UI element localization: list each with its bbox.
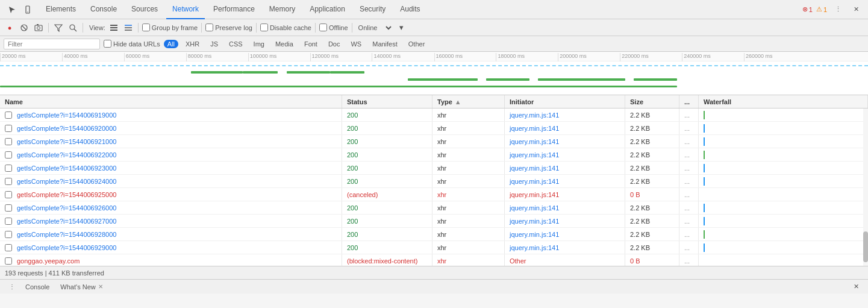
th-more[interactable]: ...	[679, 95, 699, 108]
th-name[interactable]: Name	[0, 95, 342, 108]
hide-data-urls-input[interactable]	[104, 40, 111, 48]
row-checkbox[interactable]	[5, 257, 12, 265]
hide-data-urls-checkbox[interactable]: Hide data URLs	[104, 40, 160, 48]
filter-img[interactable]: Img	[250, 40, 268, 48]
bottom-menu-icon[interactable]: ⋮	[5, 280, 19, 294]
filter-js[interactable]: JS	[207, 40, 222, 48]
th-size[interactable]: Size	[625, 95, 679, 108]
table-row[interactable]: getIsComplete?i=1544006922000 200 xhr jq…	[0, 148, 868, 162]
row-checkbox[interactable]	[5, 151, 12, 159]
th-waterfall[interactable]: Waterfall	[699, 95, 868, 108]
table-row[interactable]: getIsComplete?i=1544006925000 (canceled)…	[0, 188, 868, 201]
filter-ws[interactable]: WS	[347, 40, 365, 48]
filter-manifest[interactable]: Manifest	[369, 40, 401, 48]
row-checkbox[interactable]	[5, 204, 12, 212]
svg-point-1	[27, 11, 28, 12]
close-bottom-panel-icon[interactable]: ✕	[849, 280, 863, 294]
mobile-icon[interactable]	[20, 2, 35, 17]
tab-security[interactable]: Security	[354, 0, 392, 19]
disable-cache-checkbox[interactable]: Disable cache	[260, 24, 311, 31]
cell-more[interactable]: ...	[679, 228, 699, 240]
group-by-frame-checkbox[interactable]: Group by frame	[142, 24, 198, 31]
cell-more[interactable]: ...	[679, 135, 699, 148]
scrollbar-thumb[interactable]	[863, 231, 868, 262]
table-row[interactable]: getIsComplete?i=1544006926000 200 xhr jq…	[0, 201, 868, 215]
view-list-icon[interactable]	[108, 22, 120, 34]
scrollbar-track[interactable]	[863, 95, 868, 266]
warn-badge[interactable]: ⚠ 1	[816, 5, 827, 13]
table-row[interactable]: getIsComplete?i=1544006919000 200 xhr jq…	[0, 108, 868, 122]
camera-button[interactable]	[33, 22, 45, 34]
table-row[interactable]: getIsComplete?i=1544006920000 200 xhr jq…	[0, 122, 868, 135]
table-row[interactable]: getIsComplete?i=1544006927000 200 xhr jq…	[0, 215, 868, 228]
th-type[interactable]: Type ▲	[432, 95, 505, 108]
th-initiator[interactable]: Initiator	[505, 95, 625, 108]
throttle-dropdown-icon[interactable]: ▾	[396, 22, 408, 34]
cell-more[interactable]: ...	[679, 108, 699, 121]
tab-performance[interactable]: Performance	[207, 0, 261, 19]
table-row[interactable]: getIsComplete?i=1544006929000 200 xhr jq…	[0, 241, 868, 254]
error-badge[interactable]: ⊗ 1	[802, 5, 813, 13]
filter-input[interactable]	[4, 39, 100, 49]
tab-application[interactable]: Application	[304, 0, 351, 19]
preserve-log-input[interactable]	[205, 24, 213, 31]
cell-more[interactable]: ...	[679, 175, 699, 187]
record-button[interactable]: ●	[4, 22, 16, 34]
offline-input[interactable]	[319, 24, 327, 31]
cell-more[interactable]: ...	[679, 241, 699, 254]
cell-more[interactable]: ...	[679, 215, 699, 227]
tab-network[interactable]: Network	[166, 0, 205, 19]
tab-whats-new[interactable]: What's New ✕	[55, 280, 107, 294]
search-button[interactable]	[67, 22, 79, 34]
th-status[interactable]: Status	[342, 95, 432, 108]
filter-css[interactable]: CSS	[225, 40, 246, 48]
row-checkbox[interactable]	[5, 244, 12, 251]
table-row[interactable]: getIsComplete?i=1544006928000 200 xhr jq…	[0, 228, 868, 241]
tab-elements[interactable]: Elements	[40, 0, 82, 19]
tab-sources[interactable]: Sources	[125, 0, 164, 19]
table-row[interactable]: getIsComplete?i=1544006923000 200 xhr jq…	[0, 162, 868, 175]
row-checkbox[interactable]	[5, 125, 12, 132]
tab-memory[interactable]: Memory	[263, 0, 301, 19]
filter-button[interactable]	[52, 22, 64, 34]
preserve-log-checkbox[interactable]: Preserve log	[205, 24, 252, 31]
cell-more[interactable]: ...	[679, 254, 699, 266]
cell-waterfall	[699, 188, 868, 201]
tab-audits[interactable]: Audits	[394, 0, 426, 19]
cell-more[interactable]: ...	[679, 162, 699, 174]
filter-media[interactable]: Media	[272, 40, 297, 48]
cell-more[interactable]: ...	[679, 201, 699, 214]
row-checkbox[interactable]	[5, 112, 12, 119]
more-options-icon[interactable]: ⋮	[831, 2, 845, 17]
row-checkbox[interactable]	[5, 218, 12, 225]
disable-cache-input[interactable]	[260, 24, 268, 31]
group-by-frame-input[interactable]	[142, 24, 150, 31]
table-row[interactable]: getIsComplete?i=1544006924000 200 xhr jq…	[0, 175, 868, 188]
network-request-list[interactable]: getIsComplete?i=1544006919000 200 xhr jq…	[0, 108, 868, 266]
row-checkbox[interactable]	[5, 191, 12, 198]
filter-doc[interactable]: Doc	[325, 40, 344, 48]
tab-console-bottom[interactable]: Console	[20, 280, 54, 294]
row-checkbox[interactable]	[5, 165, 12, 172]
throttle-select[interactable]: Online Fast 3G Slow 3G	[356, 24, 393, 32]
close-devtools-icon[interactable]: ✕	[849, 2, 863, 17]
row-checkbox[interactable]	[5, 138, 12, 145]
row-checkbox[interactable]	[5, 178, 12, 185]
cell-more[interactable]: ...	[679, 148, 699, 161]
cell-more[interactable]: ...	[679, 188, 699, 201]
network-timeline[interactable]: 20000 ms 40000 ms 60000 ms 80000 ms 1000…	[0, 52, 868, 95]
offline-checkbox[interactable]: Offline	[319, 24, 348, 31]
view-waterfall-icon[interactable]	[122, 22, 134, 34]
cell-more[interactable]: ...	[679, 122, 699, 134]
filter-xhr[interactable]: XHR	[182, 40, 203, 48]
table-row[interactable]: gonggao.yeepay.com (blocked:mixed-conten…	[0, 254, 868, 266]
clear-button[interactable]	[18, 22, 30, 34]
filter-font[interactable]: Font	[301, 40, 321, 48]
table-row[interactable]: getIsComplete?i=1544006921000 200 xhr jq…	[0, 135, 868, 148]
close-whats-new-icon[interactable]: ✕	[98, 283, 103, 290]
filter-other[interactable]: Other	[405, 40, 429, 48]
cursor-icon[interactable]	[5, 2, 19, 17]
filter-all[interactable]: All	[164, 40, 178, 48]
tab-console[interactable]: Console	[84, 0, 123, 19]
row-checkbox[interactable]	[5, 231, 12, 238]
